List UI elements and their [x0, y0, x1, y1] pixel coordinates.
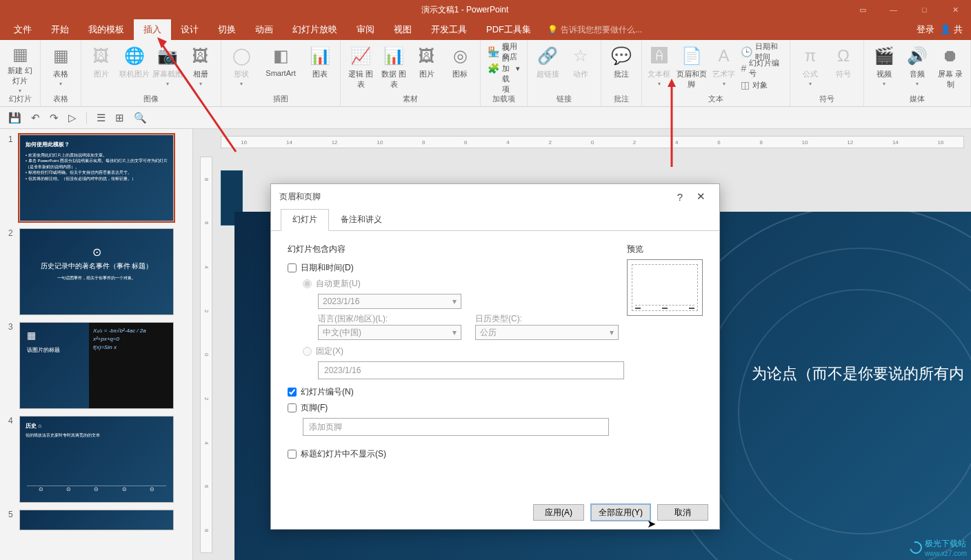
group-media: 媒体 — [910, 94, 925, 105]
action-button[interactable]: ☆动作 — [565, 43, 597, 94]
touch-mode-icon[interactable]: ☰ — [97, 112, 106, 124]
header-footer-button[interactable]: 📄页眉和页脚 — [674, 43, 710, 94]
group-links: 链接 — [557, 94, 572, 105]
online-pictures-button[interactable]: 🌐联机图片 — [119, 43, 150, 94]
symbol-button[interactable]: Ω符号 — [828, 43, 859, 94]
start-slideshow-icon[interactable]: ▷ — [68, 112, 77, 124]
video-icon: 🎬 — [874, 44, 894, 68]
tell-me[interactable]: 💡告诉我您想要做什么... — [548, 24, 642, 36]
title-bar: 演示文稿1 - PowerPoint ▭ — □ ✕ — [0, 0, 971, 19]
tab-view[interactable]: 视图 — [384, 19, 421, 40]
apply-all-button[interactable]: 全部应用(Y) — [591, 504, 650, 521]
tab-developer[interactable]: 开发工具 — [421, 19, 477, 40]
share-button[interactable]: 👤 共 — [940, 23, 963, 36]
footer-input[interactable]: 添加页脚 — [303, 418, 609, 436]
ribbon-display-icon[interactable]: ▭ — [847, 0, 878, 19]
header-footer-icon: 📄 — [681, 44, 702, 68]
undo-icon[interactable]: ↶ — [31, 112, 40, 124]
tab-insert[interactable]: 插入 — [134, 19, 171, 40]
material-picture-button[interactable]: 🖼图片 — [411, 43, 443, 94]
smartart-icon: ◧ — [273, 44, 289, 68]
tab-design[interactable]: 设计 — [171, 19, 208, 40]
footer-checkbox[interactable] — [288, 403, 297, 412]
myaddins-button[interactable]: 🧩我的加载项 ▾ — [485, 61, 523, 76]
comment-button[interactable]: 💬批注 — [605, 43, 637, 94]
redo-icon[interactable]: ↷ — [50, 112, 59, 124]
group-images: 图像 — [143, 94, 159, 105]
menu-bar: 文件 开始 我的模板 插入 设计 切换 动画 幻灯片放映 审阅 视图 开发工具 … — [0, 19, 971, 40]
tab-pdftools[interactable]: PDF工具集 — [477, 19, 541, 40]
object-button[interactable]: ◫对象 — [738, 77, 785, 92]
header-footer-dialog: 页眉和页脚 ? ✕ 幻灯片 备注和讲义 幻灯片包含内容 日期和时间(D) 自动更… — [270, 183, 720, 530]
comment-icon: 💬 — [611, 44, 632, 68]
album-button[interactable]: 🖼相册▾ — [185, 43, 217, 94]
album-icon: 🖼 — [192, 44, 209, 68]
slidenumber-button[interactable]: #幻灯片编号 — [738, 61, 785, 76]
thumb-2[interactable]: 2⊙历史记录中的著名事件（事件 标题）一句话国事件，相关于你事件的一个对象。 — [8, 228, 184, 315]
tab-mytemplates[interactable]: 我的模板 — [79, 19, 134, 40]
chart-icon: 📊 — [310, 44, 330, 68]
apply-button[interactable]: 应用(A) — [533, 504, 584, 521]
thumb-5[interactable]: 5 — [8, 510, 184, 530]
chevron-down-icon: ▾ — [452, 297, 457, 306]
icon-button[interactable]: ◎图标 — [444, 43, 476, 94]
cancel-button[interactable]: 取消 — [657, 504, 708, 521]
wordart-button[interactable]: A艺术字▾ — [711, 43, 737, 94]
group-text: 文本 — [708, 94, 723, 105]
group-comments: 批注 — [614, 94, 629, 105]
shapes-button[interactable]: ◯形状▾ — [226, 43, 257, 94]
logic-chart-button[interactable]: 📈逻辑 图表 — [345, 43, 377, 94]
slidenumber-checkbox[interactable] — [288, 388, 297, 397]
chevron-down-icon: ▾ — [452, 328, 457, 337]
new-slide-button[interactable]: ▦新建 幻灯片▾ — [4, 43, 36, 94]
datetime-button[interactable]: 🕒日期和时间 — [738, 44, 785, 59]
thumb-4[interactable]: 4历史 ⌂但的情故法言史家时专时其将竞的的文本⊙⊙⊙⊙⊙ — [8, 416, 184, 503]
tab-file[interactable]: 文件 — [4, 19, 41, 40]
picture-icon: 🖼 — [93, 44, 110, 68]
textbox-icon: 🅰 — [651, 44, 668, 68]
screenshot-button[interactable]: 📷屏幕截图▾ — [152, 43, 183, 94]
screenrec-icon: ⏺ — [942, 44, 959, 68]
chart-button[interactable]: 📊图表 — [304, 43, 336, 94]
hyperlink-button[interactable]: 🔗超链接 — [532, 43, 563, 94]
object-icon: ◫ — [741, 79, 750, 90]
minimize-icon[interactable]: — — [878, 0, 909, 19]
thumb-1[interactable]: 1如何使用此模板？• 欢迎使用此幻灯片上的原始说明添加文章。• 单击 Power… — [8, 134, 184, 221]
dialog-tab-slide[interactable]: 幻灯片 — [281, 209, 329, 231]
dialog-help-icon[interactable]: ? — [670, 191, 690, 203]
quick-access-toolbar: 💾 ↶ ↷ ▷ ☰ ⊞ 🔍 — [0, 107, 971, 129]
horizontal-ruler: 1614121086420246810121416 — [221, 136, 964, 148]
group-tables: 表格 — [53, 94, 68, 105]
dialog-close-icon[interactable]: ✕ — [690, 190, 711, 203]
close-icon[interactable]: ✕ — [940, 0, 971, 19]
shapes-icon: ◯ — [232, 44, 251, 68]
equation-button[interactable]: π公式▾ — [794, 43, 826, 94]
video-button[interactable]: 🎬视频▾ — [868, 43, 900, 94]
table-button[interactable]: ▦表格▾ — [45, 43, 77, 94]
tab-review[interactable]: 审阅 — [347, 19, 384, 40]
screenshot-icon: 📷 — [157, 44, 178, 68]
data-chart-button[interactable]: 📊数据 图表 — [378, 43, 410, 94]
tab-home[interactable]: 开始 — [41, 19, 79, 40]
login-button[interactable]: 登录 — [917, 23, 934, 36]
maximize-icon[interactable]: □ — [909, 0, 940, 19]
picture-button[interactable]: 🖼图片 — [86, 43, 117, 94]
store-icon: 🏪 — [488, 46, 499, 57]
watermark: 极光下载站 www.xz7.com — [910, 538, 967, 557]
tab-slideshow[interactable]: 幻灯片放映 — [283, 19, 347, 40]
datetime-checkbox[interactable] — [288, 263, 297, 272]
save-icon[interactable]: 💾 — [8, 112, 21, 124]
tab-animations[interactable]: 动画 — [246, 19, 283, 40]
noshow-title-checkbox[interactable] — [288, 450, 297, 459]
tab-transitions[interactable]: 切换 — [208, 19, 246, 40]
screenrec-button[interactable]: ⏺屏幕 录制 — [934, 43, 966, 94]
action-icon: ☆ — [573, 44, 588, 68]
audio-button[interactable]: 🔊音频▾ — [901, 43, 933, 94]
dialog-tab-notes[interactable]: 备注和讲义 — [329, 209, 394, 230]
smartart-button[interactable]: ◧SmartArt — [259, 43, 303, 94]
find-icon[interactable]: 🔍 — [134, 112, 147, 124]
group-symbols: 符号 — [819, 94, 834, 105]
zoom-tool-icon[interactable]: ⊞ — [115, 112, 124, 124]
textbox-button[interactable]: 🅰文本框▾ — [646, 43, 672, 94]
thumb-3[interactable]: 3▦该图片的标题X₁/₂ = -b±√b²-4ac / 2ax²+px+q=0f… — [8, 322, 184, 409]
